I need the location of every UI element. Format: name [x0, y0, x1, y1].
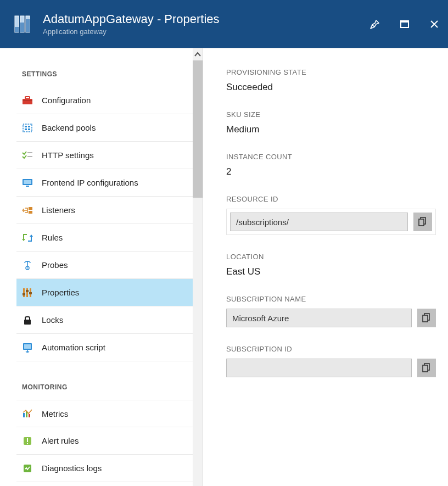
sidebar-item-label: Diagnostics logs — [42, 463, 102, 473]
svg-rect-26 — [26, 288, 28, 297]
sidebar-item-metrics[interactable]: Metrics — [16, 400, 203, 427]
svg-rect-8 — [23, 99, 32, 104]
sidebar-item-rules[interactable]: Rules — [16, 224, 203, 252]
subscription-name-field[interactable]: Microsoft Azure — [226, 309, 412, 327]
copy-icon — [418, 217, 427, 227]
blade-controls — [370, 19, 439, 29]
maximize-icon[interactable] — [400, 19, 410, 29]
svg-rect-4 — [20, 23, 24, 32]
listeners-icon — [22, 205, 33, 216]
section-header-monitoring: MONITORING — [16, 361, 203, 400]
alert-icon — [22, 435, 33, 446]
location-value: East US — [226, 266, 436, 277]
sidebar-item-label: Rules — [42, 233, 63, 242]
sidebar-item-locks[interactable]: Locks — [16, 306, 203, 334]
pin-icon[interactable] — [370, 19, 380, 29]
sidebar: SETTINGS Configuration Backend pools HTT… — [0, 48, 203, 486]
sidebar-item-backend-pools[interactable]: Backend pools — [16, 114, 203, 142]
sidebar-item-probes[interactable]: Probes — [16, 252, 203, 279]
sidebar-item-label: Metrics — [42, 409, 68, 418]
script-icon — [22, 342, 33, 353]
sidebar-item-automation-script[interactable]: Automation script — [16, 334, 203, 361]
toolbox-icon — [22, 95, 33, 106]
scroll-up-icon[interactable] — [193, 48, 203, 60]
sidebar-item-label: Frontend IP configurations — [42, 178, 138, 187]
copy-button[interactable] — [417, 359, 436, 377]
sidebar-scrollbar[interactable] — [193, 48, 203, 486]
sidebar-item-label: Alert rules — [42, 436, 79, 445]
sidebar-item-label: Automation script — [42, 343, 105, 352]
svg-rect-13 — [28, 126, 30, 127]
resource-id-label: RESOURCE ID — [226, 195, 436, 203]
checklist-icon — [22, 150, 33, 161]
svg-rect-39 — [27, 443, 28, 444]
lock-icon — [22, 315, 33, 326]
sidebar-item-configuration[interactable]: Configuration — [16, 87, 203, 114]
svg-rect-11 — [23, 124, 32, 132]
svg-rect-21 — [29, 207, 32, 210]
properties-icon — [22, 287, 33, 298]
svg-rect-15 — [28, 129, 30, 130]
svg-rect-46 — [423, 365, 428, 372]
section-header-settings: SETTINGS — [16, 48, 203, 87]
svg-rect-44 — [423, 315, 428, 322]
metrics-icon — [22, 408, 33, 419]
close-icon[interactable] — [429, 19, 439, 29]
sidebar-item-label: Locks — [42, 315, 63, 325]
copy-icon — [422, 313, 431, 323]
copy-button[interactable] — [417, 309, 436, 327]
copy-button[interactable] — [413, 213, 432, 231]
sidebar-item-alert-rules[interactable]: Alert rules — [16, 427, 203, 455]
monitor-icon — [22, 177, 33, 188]
sidebar-item-label: Backend pools — [42, 123, 96, 132]
svg-rect-38 — [27, 438, 28, 442]
sidebar-item-properties[interactable]: Properties — [16, 279, 203, 306]
scrollbar-thumb[interactable] — [193, 60, 203, 198]
sku-size-label: SKU SIZE — [226, 110, 436, 119]
provisioning-state-label: PROVISIONING STATE — [226, 68, 436, 76]
sidebar-item-label: Listeners — [42, 205, 75, 215]
svg-rect-12 — [25, 126, 27, 127]
svg-rect-42 — [419, 219, 424, 226]
svg-rect-3 — [15, 27, 19, 32]
sidebar-item-diagnostics-logs[interactable]: Diagnostics logs — [16, 455, 203, 482]
svg-rect-31 — [24, 320, 31, 325]
provisioning-state-value: Succeeded — [226, 82, 436, 93]
svg-rect-20 — [26, 186, 29, 187]
svg-rect-33 — [24, 344, 31, 349]
resource-id-field[interactable]: /subscriptions/ — [230, 213, 408, 231]
svg-rect-36 — [29, 414, 30, 417]
svg-rect-28 — [23, 293, 25, 295]
svg-rect-14 — [25, 129, 27, 130]
svg-rect-22 — [29, 211, 32, 214]
pool-icon — [22, 122, 33, 133]
svg-rect-16 — [27, 152, 32, 153]
svg-rect-5 — [26, 19, 30, 32]
appgateway-icon — [12, 13, 34, 35]
svg-rect-17 — [27, 156, 32, 157]
sidebar-item-label: Properties — [42, 288, 79, 297]
instance-count-label: INSTANCE COUNT — [226, 153, 436, 161]
instance-count-value: 2 — [226, 166, 436, 177]
blade-header: AdatumAppGateway - Properties Applicatio… — [0, 0, 448, 48]
blade-title: AdatumAppGateway - Properties — [43, 12, 370, 26]
svg-rect-10 — [23, 100, 32, 101]
sidebar-item-label: Probes — [42, 260, 68, 270]
subscription-id-field[interactable] — [226, 359, 412, 377]
blade-subtitle: Application gateway — [43, 27, 370, 36]
properties-pane: PROVISIONING STATE Succeeded SKU SIZE Me… — [203, 48, 448, 486]
sidebar-item-listeners[interactable]: Listeners — [16, 197, 203, 224]
svg-rect-19 — [24, 180, 31, 184]
subscription-id-label: SUBSCRIPTION ID — [226, 345, 436, 353]
svg-point-24 — [27, 267, 28, 269]
svg-rect-7 — [401, 21, 408, 23]
svg-rect-30 — [29, 292, 32, 294]
subscription-name-label: SUBSCRIPTION NAME — [226, 295, 436, 303]
location-label: LOCATION — [226, 253, 436, 261]
svg-rect-29 — [26, 290, 29, 292]
svg-rect-40 — [24, 465, 31, 472]
sidebar-item-label: Configuration — [42, 96, 91, 105]
sidebar-item-http-settings[interactable]: HTTP settings — [16, 142, 203, 169]
sidebar-item-frontend-ip[interactable]: Frontend IP configurations — [16, 169, 203, 197]
sidebar-item-label: HTTP settings — [42, 150, 94, 160]
